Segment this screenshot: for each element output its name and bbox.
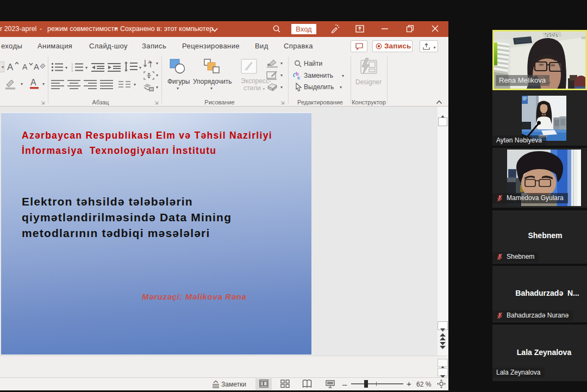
svg-text:3: 3 (71, 69, 73, 72)
svg-text:c: c (297, 75, 300, 80)
svg-text:A: A (34, 62, 39, 71)
svg-text:A: A (30, 78, 36, 87)
svg-text:A: A (7, 62, 14, 72)
svg-text:A: A (22, 63, 28, 71)
